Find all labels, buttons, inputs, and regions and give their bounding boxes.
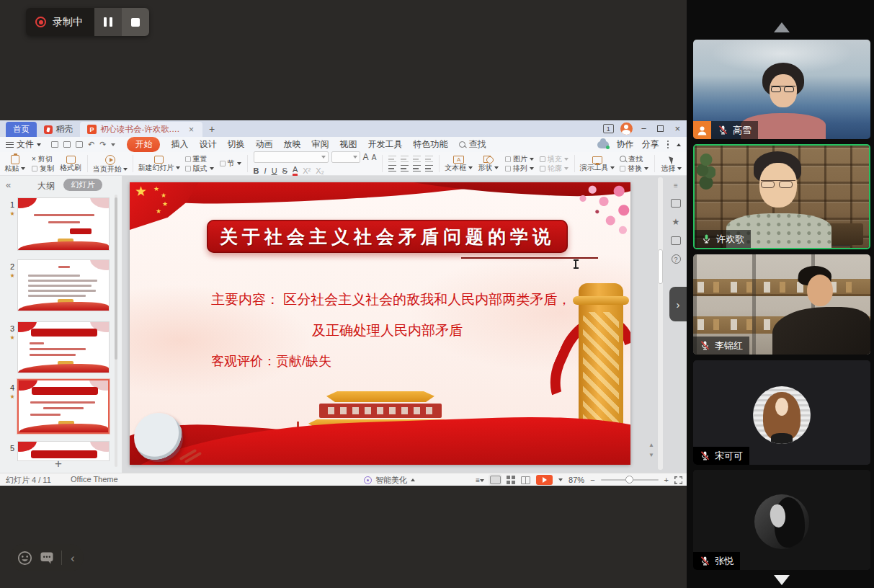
paste-button[interactable]: 粘贴 [4, 153, 26, 175]
align-left-icon[interactable] [388, 165, 396, 172]
slide-thumbnail-5[interactable] [17, 441, 110, 461]
customize-toolbar-icon[interactable] [111, 143, 115, 146]
new-tab-button[interactable]: + [202, 123, 221, 135]
previous-slide-icon[interactable]: ▲ [648, 442, 654, 448]
panel-scrollbar[interactable] [115, 195, 117, 467]
collapse-pane-icon[interactable]: ≡ [674, 182, 678, 190]
ribbon-tab-devtools[interactable]: 开发工具 [367, 138, 402, 151]
underline-button[interactable]: U [272, 166, 277, 175]
indent-decrease-icon[interactable] [413, 156, 421, 162]
menu-search[interactable]: 查找 [459, 138, 486, 151]
participant-tile-1[interactable]: 高雪 [693, 40, 870, 139]
numbering-icon[interactable] [401, 156, 409, 162]
textbox-button[interactable]: A 文本框 [445, 153, 472, 175]
slide-body-line3[interactable]: 客观评价：贡献/缺失 [211, 352, 331, 370]
save-icon[interactable] [51, 141, 58, 148]
ribbon-tab-slideshow[interactable]: 放映 [283, 138, 300, 151]
print-icon[interactable] [63, 141, 71, 148]
zoom-slider-knob[interactable] [625, 476, 633, 484]
scroll-down-icon[interactable] [774, 575, 790, 585]
slide-thumbnail-1[interactable] [17, 197, 110, 251]
tab-document[interactable]: P 初心读书会-许欢歌.pptx × [80, 122, 202, 137]
expand-sidebar-handle[interactable]: › [669, 287, 687, 321]
participant-tile-2-speaking[interactable]: 许欢歌 [693, 144, 870, 249]
properties-icon[interactable] [671, 199, 681, 208]
slide-canvas[interactable]: ★ ★ ★ ★ ★ 关于社会主义社会矛盾问题的学说 主要内容： 区分社会主义社会… [130, 182, 630, 465]
account-avatar[interactable] [620, 122, 633, 135]
preview-icon[interactable] [76, 141, 83, 148]
more-options-icon[interactable] [667, 141, 669, 149]
canvas-scrollbar[interactable] [658, 177, 663, 470]
decrease-font-button[interactable]: A [372, 153, 377, 161]
close-tab-icon[interactable]: × [187, 125, 195, 135]
restore-button[interactable] [655, 124, 666, 133]
cut-button[interactable]: ×剪切 [32, 156, 54, 163]
ribbon-tab-insert[interactable]: 插入 [171, 138, 188, 151]
tab-home[interactable]: 首页 [6, 122, 37, 137]
section-button[interactable]: 节 [220, 160, 241, 167]
play-from-current-button[interactable]: 当页开始 [94, 153, 127, 175]
ribbon-tab-design[interactable]: 设计 [199, 138, 216, 151]
file-menu[interactable]: 文件 [0, 138, 47, 151]
shapes-button[interactable]: 形状 [478, 153, 499, 175]
collaborate-button[interactable]: 协作 [617, 138, 634, 151]
ribbon-tab-animation[interactable]: 动画 [255, 138, 272, 151]
ribbon-tab-transition[interactable]: 切换 [227, 138, 244, 151]
participant-tile-5[interactable]: 张悦 [693, 470, 870, 570]
italic-button[interactable]: I [264, 166, 267, 175]
align-justify-icon[interactable] [425, 165, 433, 172]
strikethrough-button[interactable]: S [282, 166, 287, 175]
collapse-bar-icon[interactable]: ‹ [69, 552, 76, 564]
smart-beautify-button[interactable]: 智能美化 [364, 473, 415, 486]
collapse-ribbon-icon[interactable] [677, 143, 681, 146]
indent-increase-icon[interactable] [425, 156, 433, 162]
reading-view-button[interactable] [521, 476, 530, 484]
theme-name[interactable]: Office Theme [71, 475, 118, 484]
beautify-star-icon[interactable]: ★ [672, 217, 680, 227]
find-button[interactable]: 查找 [620, 156, 648, 163]
align-right-icon[interactable] [413, 165, 421, 172]
slideshow-play-button[interactable] [536, 475, 553, 485]
picture-button[interactable]: 图片 [505, 156, 534, 163]
stop-recording-button[interactable] [122, 8, 149, 36]
bold-button[interactable]: B [254, 166, 259, 175]
normal-view-button[interactable] [490, 476, 501, 484]
ribbon-tab-features[interactable]: 特色功能 [413, 138, 447, 151]
play-options-icon[interactable] [558, 478, 563, 481]
close-window-button[interactable]: × [672, 124, 682, 133]
zoom-level[interactable]: 87% [568, 476, 584, 484]
outline-button[interactable]: 轮廓 [540, 165, 568, 172]
slide-thumbnail-3[interactable] [17, 321, 110, 373]
zoom-in-button[interactable]: + [664, 476, 669, 484]
tab-slides[interactable]: 幻灯片 [63, 179, 102, 191]
replace-button[interactable]: 替换 [620, 165, 648, 172]
fit-slide-icon[interactable] [674, 476, 682, 484]
minimize-button[interactable]: − [639, 124, 649, 133]
zoom-out-button[interactable]: − [590, 476, 594, 484]
slide-thumbnail-2[interactable] [17, 259, 110, 311]
ribbon-tab-view[interactable]: 视图 [339, 138, 357, 151]
undo-icon[interactable]: ↶ [88, 140, 94, 149]
new-slide-button[interactable]: 新建幻灯片 [139, 153, 179, 175]
slide-body-line2[interactable]: 及正确处理人民内部矛盾 [312, 321, 463, 340]
cloud-sync-icon[interactable] [597, 141, 609, 148]
next-slide-icon[interactable]: ▼ [648, 453, 654, 458]
tab-outline[interactable]: 大纲 [37, 180, 55, 192]
pages-pane-icon[interactable] [671, 236, 681, 245]
participant-tile-4[interactable]: 宋可可 [693, 360, 870, 465]
zoom-slider[interactable] [601, 479, 659, 481]
font-color-button[interactable]: A [293, 165, 298, 176]
ribbon-tab-start[interactable]: 开始 [127, 137, 160, 152]
help-icon[interactable]: ? [672, 254, 681, 264]
font-size-select[interactable] [331, 151, 360, 163]
slide-sorter-view-button[interactable] [507, 476, 515, 484]
font-name-select[interactable] [254, 151, 329, 163]
format-painter-button[interactable]: 格式刷 [60, 153, 81, 175]
align-center-icon[interactable] [401, 165, 409, 172]
collapse-panel-icon[interactable]: « [6, 179, 11, 190]
pause-recording-button[interactable] [94, 8, 122, 36]
scroll-up-icon[interactable] [774, 22, 790, 32]
notes-icon[interactable]: ≡ [476, 476, 484, 484]
arrange-button[interactable]: 排列 [505, 165, 534, 172]
share-button[interactable]: 分享 [642, 138, 659, 151]
